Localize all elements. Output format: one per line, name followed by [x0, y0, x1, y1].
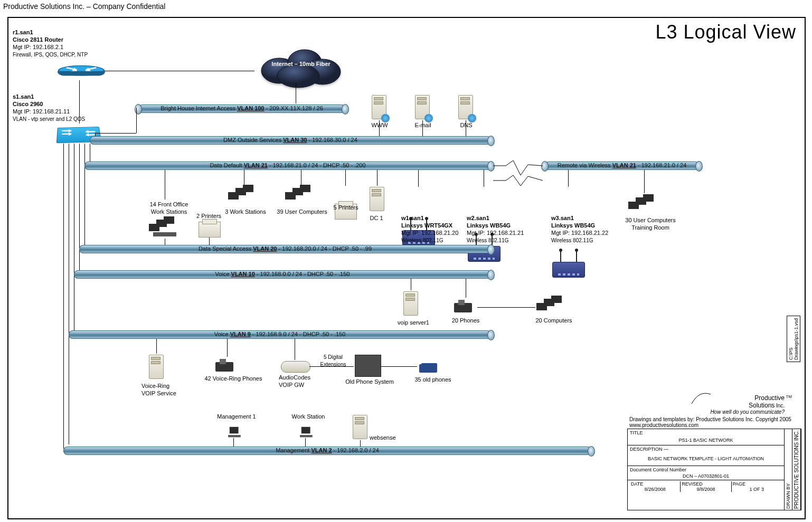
- vlan-21-remote-pipe: Remote via Wireless VLAN 21 - 192.168.21…: [545, 162, 699, 170]
- tb-date-lbl: DATE: [631, 481, 679, 487]
- server-websense-icon: [351, 414, 369, 440]
- vlan-100-pipe: Bright House Internet Access VLAN 100 - …: [138, 105, 345, 113]
- svg-rect-10: [243, 185, 253, 192]
- ac-link: [295, 339, 295, 360]
- old-phone-system-icon: [355, 355, 381, 377]
- phones-35-icon: [419, 359, 442, 375]
- pr5-link: [345, 170, 346, 186]
- workstations-14-label: 14 Front OfficeWork Stations: [143, 201, 195, 215]
- phones-20-label: 20 Phones: [447, 317, 485, 324]
- svg-rect-28: [230, 427, 239, 434]
- tb-date-val: 8/26/2008: [631, 487, 679, 492]
- title-block: Productive Solutions Inc. TM How well do…: [627, 393, 801, 510]
- switch-name: s1.san1: [13, 93, 34, 100]
- ws14-link: [165, 170, 165, 200]
- server-voicering-label: Voice-RingVOIP Service: [141, 382, 176, 397]
- router-label: r1.san1 Cisco 2811 Router Mgt IP: 192.16…: [13, 29, 88, 59]
- logo-suffix: Inc.: [776, 403, 785, 409]
- svg-rect-29: [228, 435, 241, 437]
- server-email-label: E-mail: [410, 121, 436, 129]
- switch-trunk-2: [69, 144, 69, 444]
- tb-desc-lbl: DESCRIPTION —: [630, 447, 668, 452]
- mgmtws-link: [305, 438, 306, 447]
- w3-link: [568, 170, 569, 187]
- vlan-100-label: Bright House Internet Access VLAN 100 - …: [138, 105, 345, 111]
- svg-rect-31: [300, 435, 313, 437]
- tb-desc-val: BASIC NETWORK TEMPLATE - LIGHT AUTOMATIO…: [628, 453, 784, 466]
- ws14-link-v20: [165, 239, 165, 245]
- switch-to-v100-v: [136, 108, 137, 133]
- tb-drawn-lbl: DRAWN BY: [785, 429, 792, 510]
- svg-rect-6: [164, 216, 174, 224]
- router-name: r1.san1: [13, 29, 33, 35]
- ac-to-old: [309, 366, 354, 367]
- vlan-2-label: Management VLAN 2 - 192.168.2.0 / 24: [63, 447, 591, 453]
- router-icon: [58, 61, 105, 79]
- switch-trunk-3: [74, 144, 74, 331]
- router-model: Cisco 2811 Router: [13, 36, 63, 43]
- file-path-label: C:\PS Drawings\ps1-1.vsd: [787, 316, 800, 362]
- vlan-2-pipe: Management VLAN 2 - 192.168.2.0 / 24: [63, 447, 591, 455]
- mgmt1-link: [233, 438, 234, 447]
- workstations-14-icon: [149, 216, 181, 240]
- server-voip-label: voip server1: [395, 319, 432, 326]
- printers-2-label: 2 Printers: [196, 212, 221, 220]
- mgmt-ws-icon: [296, 425, 318, 441]
- router-features: Firewall, IPS, QOS, DHCP, NTP: [13, 52, 88, 58]
- tb-title-lbl: TITLE: [630, 430, 643, 435]
- router-mgmt: Mgt IP: 192.168.2.1: [13, 44, 63, 50]
- switch-trunk-1: [63, 144, 64, 449]
- server-websense-label: websense: [370, 434, 396, 441]
- switch-mgmt: Mgt IP: 192.168.21.11: [13, 108, 70, 115]
- printers-5-label: 5 Printers: [327, 204, 364, 211]
- diagram-sheet: Productive Solutions Inc. – Company Conf…: [0, 0, 812, 522]
- server-voip-icon: [401, 290, 419, 317]
- view-title: L3 Logical View: [655, 21, 796, 43]
- server-dns-icon: [456, 94, 474, 120]
- phones-42-label: 42 Voice-Ring Phones: [202, 375, 265, 382]
- old-phone-system-label: Old Phone System: [343, 378, 396, 385]
- voip-link: [411, 279, 411, 290]
- phones-35-label: 35 old phones: [412, 376, 454, 383]
- ph-to-pcs: [477, 307, 535, 308]
- internet-cloud-label: Internet – 10mb Fiber: [264, 60, 338, 68]
- logo-swoosh-icon: [691, 390, 712, 406]
- computers-20-icon: [536, 296, 568, 319]
- svg-rect-22: [551, 296, 562, 303]
- ap-w3-icon: [552, 262, 585, 278]
- vlan-21-label: Data Default VLAN 21 - 192.168.21.0 / 24…: [84, 162, 491, 168]
- audiocodes-label: AudioCodesVOIP GW: [279, 374, 310, 388]
- svg-rect-7: [153, 232, 176, 236]
- switch-trunk-5: [84, 144, 85, 247]
- vlan-9-pipe: Voice VLAN 9 - 192.168.9.0 / 24 - DHCP .…: [69, 330, 491, 339]
- printers-2-icon: [199, 222, 221, 238]
- internet-cloud-icon: [256, 44, 346, 91]
- tb-dcn-val: DCN – A07032801-01: [628, 473, 784, 480]
- mgmt-1-label: Management 1: [210, 413, 263, 420]
- tb-drawn-val: PRODUCTIVE SOLUTIONS INC.: [792, 429, 801, 510]
- old-to-35: [380, 366, 417, 367]
- svg-rect-16: [643, 194, 654, 202]
- svg-point-3: [277, 64, 319, 88]
- www-link: [379, 120, 380, 136]
- usercomputers-30-icon: [628, 194, 660, 217]
- tb-page-lbl: PAGE: [733, 481, 781, 487]
- link-router-switch: [79, 80, 80, 124]
- ph20-link: [466, 279, 466, 298]
- usercomputers-39-label: 39 User Computers: [272, 208, 332, 215]
- ws3-link: [244, 170, 244, 185]
- usercomputers-30-label: 30 User ComputersTraining Room: [619, 216, 682, 231]
- svg-rect-25: [215, 362, 219, 372]
- svg-rect-24: [220, 359, 226, 364]
- vlan-30-label: DMZ Outside Services VLAN 30 - 192.168.3…: [90, 137, 491, 143]
- vlan-20-label: Data Special Access VLAN 20 - 192.168.20…: [79, 245, 491, 252]
- vlan-21-pipe: Data Default VLAN 21 - 192.168.21.0 / 24…: [84, 162, 491, 170]
- websense-link: [360, 440, 361, 447]
- ap-w2-label: w2.san1Linksys WB54G Mgt IP: 192.168.21.…: [467, 214, 524, 244]
- switch-label: s1.san1 Cisco 2960 Mgt IP: 192.168.21.11…: [13, 93, 85, 123]
- audiocodes-icon: [281, 361, 310, 373]
- usercomputers-39-icon: [285, 185, 317, 208]
- switch-features: VLAN - vtp server and L2 QOS: [13, 116, 85, 122]
- server-www-label: WWW: [366, 121, 393, 129]
- ph42-link: [227, 339, 228, 357]
